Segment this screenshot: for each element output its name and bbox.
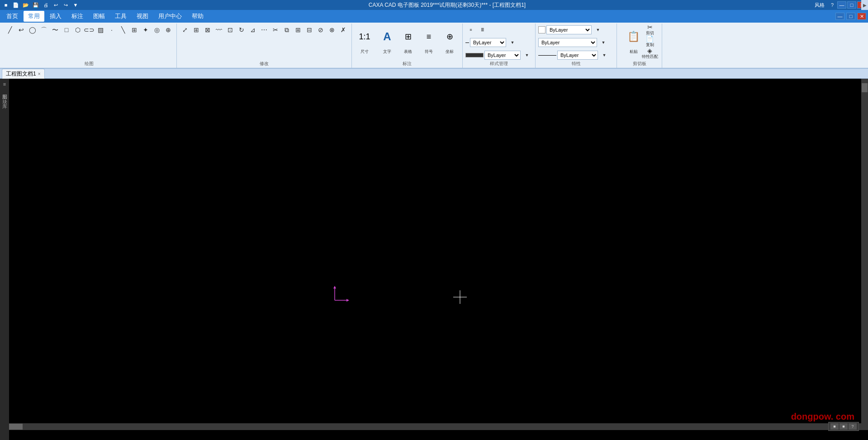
tool-move[interactable]: ⤢ [180,24,190,35]
menu-user-center[interactable]: 用户中心 [154,11,186,22]
sidebar-icon-1[interactable]: ≡ [1,80,8,88]
menu-tools[interactable]: 工具 [110,11,131,22]
menu-drawing[interactable]: 图幅 [89,11,109,22]
menu-insert[interactable]: 插入 [45,11,66,22]
tool-rotate[interactable]: ↻ [236,24,247,35]
tool-coordinate[interactable]: ⊕ [440,24,460,49]
tool-center-line[interactable]: ⊞ [129,24,140,35]
color-swatch[interactable] [538,26,545,33]
tool-delete[interactable]: ✗ [338,24,349,35]
tool-line[interactable]: ╱ [5,24,15,35]
redo-icon[interactable]: ↪ [62,1,70,9]
linetype-row: ByLayer ▼ [538,50,614,61]
color-select[interactable]: ByLayer [546,25,592,34]
menu-view[interactable]: 视图 [132,11,153,22]
style-manager-btn[interactable]: ≡ [465,24,476,35]
sidebar-tab-block[interactable]: 块 [0,93,9,97]
tool-chamfer[interactable]: ⊟ [304,24,315,35]
tool-symbol[interactable]: ≡ [419,24,439,49]
print-icon[interactable]: 🖨 [42,1,50,9]
document-tab[interactable]: 工程图文档1 × [2,69,45,79]
tool-table[interactable]: ⊞ [398,24,418,49]
tool-polygon[interactable]: ⬡ [72,24,83,35]
document-tab-bar: 工程图文档1 × ▶ [0,69,868,79]
tool-scale[interactable]: ⊿ [247,24,258,35]
tool-paste[interactable]: 📋 [624,24,644,49]
scroll-thumb-v[interactable] [862,83,868,92]
linetype-dropdown[interactable]: ▼ [599,50,610,61]
restore-button-right[interactable]: □ [847,1,856,9]
tool-extend[interactable]: ⧉ [281,24,292,35]
tool-cloud[interactable]: ⊕ [163,24,174,35]
qa-dropdown-icon[interactable]: ▼ [71,1,80,9]
canvas-area[interactable]: ≡ 图层 块 库 [0,79,868,440]
tool-break[interactable]: ⊘ [315,24,326,35]
coord-indicator [330,282,357,305]
tool-polyline[interactable]: ↩ [16,24,27,35]
menu-home[interactable]: 首页 [2,11,23,22]
tool-copy[interactable]: ⊞ [191,24,202,35]
tool-copy2[interactable]: 📄 复制 [645,36,655,47]
ribbon-group-clipboard: 📋 粘贴 ✂ 剪切 📄 复制 ◈ 特性匹配 [617,24,662,68]
tool-scale-btn[interactable]: 1:1 [355,24,375,49]
titlebar: ■ 📄 📂 💾 🖨 ↩ ↪ ▼ CAXA CAD 电子图板 2019***试用期… [0,0,868,10]
ribbon-panel: ╱ ↩ ◯ ⌒ 〜 □ ⬡ [0,23,868,69]
tool-trim[interactable]: ✂ [270,24,281,35]
restore-button-ribbon[interactable]: □ [846,13,855,20]
tool-pattern[interactable]: ✦ [140,24,151,35]
save-icon[interactable]: 💾 [32,1,40,9]
tool-ellipse[interactable]: ⊂⊃ [84,24,95,35]
tool-array[interactable]: ⊡ [225,24,236,35]
menu-annotation[interactable]: 标注 [67,11,88,22]
tool-text[interactable]: A [377,24,397,49]
tool-hatch[interactable]: ▨ [95,24,106,35]
title-text: CAXA CAD 电子图板 2019***试用期(还剩30天)*** - [工程… [80,1,815,9]
undo-icon[interactable]: ↩ [52,1,60,9]
tool-circle[interactable]: ◯ [27,24,38,35]
tool-wipeout[interactable]: ◎ [152,24,162,35]
tool-stretch[interactable]: ⋯ [259,24,270,35]
layer-select[interactable]: ByLayer [538,38,597,47]
tool-construction[interactable]: ╲ [118,24,128,35]
color-dropdown[interactable]: ▼ [593,24,603,35]
tool-arc[interactable]: ⌒ [38,24,49,35]
style-extra-btn[interactable]: ≣ [477,24,488,35]
layer-row: ByLayer ▼ [538,37,614,48]
style-row1: ≡ ≣ [465,24,532,35]
minimize-button-right[interactable]: — [837,1,846,9]
line-weight-dropdown[interactable]: ▼ [522,50,532,61]
tool-fillet[interactable]: ⊞ [293,24,304,35]
line-style-dropdown[interactable]: ▼ [507,37,518,48]
new-file-icon[interactable]: 📄 [12,1,20,9]
menu-help[interactable]: 帮助 [187,11,208,22]
ribbon-group-draw: ╱ ↩ ◯ ⌒ 〜 □ ⬡ [2,24,177,68]
tool-offset[interactable]: 〰 [213,24,224,35]
linetype-select[interactable]: ByLayer [557,51,598,60]
sidebar-tab-lib[interactable]: 库 [0,98,9,101]
sidebar-tab-layer[interactable]: 图层 [0,89,9,92]
layer-dropdown[interactable]: ▼ [598,37,609,48]
tool-explode[interactable]: ⊗ [327,24,337,35]
status-icon-1[interactable]: ■ [830,423,839,430]
tool-rect[interactable]: □ [61,24,72,35]
style-label: 风格 [815,2,825,9]
minimize-button-ribbon[interactable]: — [835,13,844,20]
tool-point[interactable]: · [106,24,117,35]
bottom-scrollbar[interactable] [0,423,861,430]
open-icon[interactable]: 📂 [22,1,30,9]
menu-common[interactable]: 常用 [24,11,44,22]
line-style-select[interactable]: ByLayer [470,38,506,47]
tool-mirror[interactable]: ⊠ [202,24,213,35]
help-icon-title[interactable]: ? [828,1,836,9]
document-tab-close[interactable]: × [38,71,41,76]
tool-cut[interactable]: ✂ 剪切 [645,24,655,35]
tool-spline[interactable]: 〜 [50,24,61,35]
right-scrollbar[interactable] [861,79,868,430]
status-icon-2[interactable]: ■ [840,423,848,430]
help-icon-status[interactable]: ? [849,423,857,430]
drawing-canvas[interactable] [9,79,861,433]
close-button-ribbon[interactable]: ✕ [857,13,866,20]
tool-match-prop[interactable]: ◈ 特性匹配 [645,48,655,59]
tab-scroll-right[interactable]: ▶ [861,0,868,10]
line-weight-select[interactable]: ByLayer [484,51,521,60]
